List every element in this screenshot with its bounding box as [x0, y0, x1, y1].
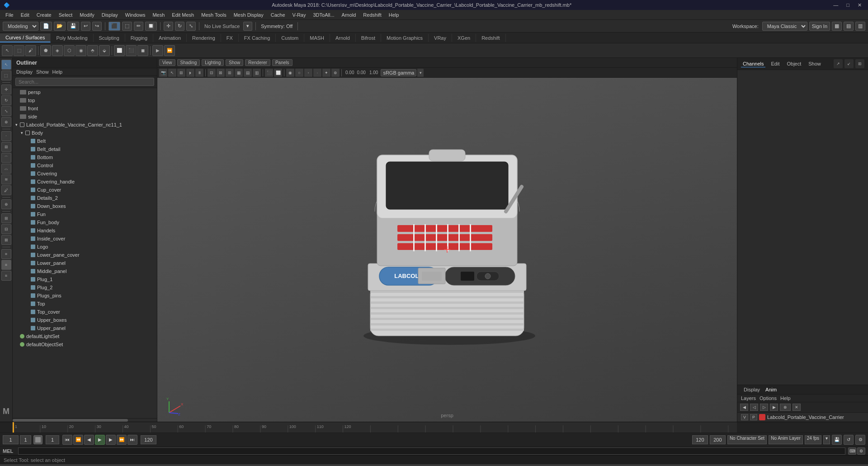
go-to-start-btn[interactable]: ⏮	[62, 435, 72, 445]
layer-key-btn[interactable]: ⊗	[780, 404, 791, 411]
tool-a[interactable]: ⬟	[40, 45, 51, 56]
tree-item-plug-1[interactable]: Plug_1	[13, 275, 157, 283]
tab-fx-caching[interactable]: FX Caching	[239, 34, 276, 42]
vp-icon-shade-e[interactable]: ✦	[322, 69, 330, 77]
frame-type-btn[interactable]	[33, 435, 42, 444]
save-btn[interactable]: 💾	[67, 22, 79, 31]
new-scene-btn[interactable]: 📄	[40, 22, 52, 31]
tree-item-covering[interactable]: Covering	[13, 169, 157, 178]
vp-icon-shade-f[interactable]: ⊕	[331, 69, 340, 77]
vp-icon-layout-4[interactable]: ▦	[235, 69, 243, 77]
tab-animation[interactable]: Animation	[153, 34, 187, 42]
tab-redshift[interactable]: Redshift	[476, 34, 505, 42]
lt-rotate[interactable]: ↻	[1, 95, 11, 105]
tree-item-logo[interactable]: Logo	[13, 243, 157, 251]
lt-grid-3[interactable]: ⊠	[1, 235, 11, 245]
current-frame-input[interactable]	[3, 435, 19, 444]
tab-fx[interactable]: FX	[221, 34, 239, 42]
fps-btn[interactable]: 24 fps	[805, 435, 821, 444]
tab-rendering[interactable]: Rendering	[187, 34, 221, 42]
layer-next-btn[interactable]: ▶	[770, 404, 778, 411]
vp-icon-shade-c[interactable]: ◦	[304, 69, 312, 77]
tree-item-fun[interactable]: Fun	[13, 210, 157, 218]
lt-paint[interactable]: 🖊	[1, 185, 11, 195]
menu-modify[interactable]: Modify	[76, 11, 98, 19]
lt-scale[interactable]: ⤡	[1, 106, 11, 116]
tool-lasso[interactable]: ⬚	[14, 45, 24, 56]
ch-icon-1[interactable]: ↗	[834, 59, 843, 68]
tool-c[interactable]: ⬡	[64, 45, 75, 56]
vp-menu-view[interactable]: View	[159, 59, 175, 66]
time-ruler[interactable]: 1 10 20 30 40 50 60 70 80 90 1	[13, 422, 737, 433]
vp-icon-layout-6[interactable]: ▥	[253, 69, 261, 77]
tree-item-down-boxes[interactable]: Down_boxes	[13, 202, 157, 210]
tool-b[interactable]: ◈	[52, 45, 63, 56]
tree-item-covering-handle[interactable]: Covering_handle	[13, 178, 157, 186]
layer-tab-anim[interactable]: Anim	[763, 386, 779, 393]
vp-icon-layout-1[interactable]: ⊟	[208, 69, 216, 77]
tree-item-default-light-set[interactable]: defaultLightSet	[13, 332, 157, 340]
vp-icon-shade-b[interactable]: ○	[295, 69, 303, 77]
tree-item-lower-panel[interactable]: Lower_panel	[13, 259, 157, 267]
open-btn[interactable]: 📂	[54, 22, 66, 31]
layer-menu-options[interactable]: Options	[760, 395, 777, 401]
tree-item-lower-pane-cover[interactable]: Lower_pane_cover	[13, 251, 157, 259]
tab-bifrost[interactable]: Bifrost	[356, 34, 381, 42]
tree-item-bottom[interactable]: Bottom	[13, 153, 157, 161]
lt-grid[interactable]: ⊞	[1, 213, 11, 223]
tab-arnold[interactable]: Arnold	[330, 34, 356, 42]
anim-start-2-input[interactable]	[710, 435, 726, 444]
outliner-menu-display[interactable]: Display	[16, 69, 33, 75]
tab-sculpting[interactable]: Sculpting	[94, 34, 125, 42]
lt-lasso[interactable]: ⬚	[1, 71, 11, 80]
ch-icon-2[interactable]: ↙	[844, 59, 854, 68]
tree-item-top-obj[interactable]: Top	[13, 300, 157, 308]
tree-item-side[interactable]: side	[13, 113, 157, 121]
tree-item-upper-panel[interactable]: Upper_panel	[13, 324, 157, 332]
anim-end-input[interactable]	[692, 435, 708, 444]
mel-input[interactable]	[18, 447, 845, 455]
workspace-dropdown[interactable]: Maya Classic	[762, 22, 807, 31]
vp-icon-shading-a[interactable]: ⬛	[265, 69, 273, 77]
tree-item-top[interactable]: top	[13, 96, 157, 104]
menu-vray[interactable]: V-Ray	[289, 11, 310, 19]
next-key-btn[interactable]: ⏩	[117, 435, 127, 445]
lt-grid-2[interactable]: ⊟	[1, 224, 11, 234]
channel-tab-edit[interactable]: Edit	[769, 61, 781, 67]
prev-frame-btn[interactable]: ◀	[84, 435, 94, 445]
tree-item-persp[interactable]: persp	[13, 88, 157, 96]
minimize-btn[interactable]: —	[830, 2, 841, 8]
tool-k[interactable]: ⏩	[164, 45, 175, 56]
channel-tab-object[interactable]: Object	[785, 61, 803, 67]
search-input[interactable]	[15, 78, 154, 86]
mel-icon-2[interactable]: ⚙	[857, 447, 865, 455]
scale-btn[interactable]: ⤡	[186, 22, 196, 31]
lt-shelf-1[interactable]: ≡	[1, 249, 11, 259]
tree-item-middle-panel[interactable]: Middle_panel	[13, 267, 157, 275]
layer-next-frame-btn[interactable]: ▷	[760, 404, 768, 411]
lt-move[interactable]: ✛	[1, 85, 11, 94]
tool-h[interactable]: ⬛	[126, 45, 137, 56]
tree-item-belt-detail[interactable]: Belt_detail	[13, 145, 157, 153]
menu-3dtoall[interactable]: 3DToAll...	[309, 11, 338, 19]
menu-select[interactable]: Select	[55, 11, 76, 19]
vp-icon-hud[interactable]: ⊞	[177, 69, 185, 77]
tab-curves-surfaces[interactable]: Curves / Surfaces	[0, 33, 51, 42]
move-btn[interactable]: ✛	[164, 22, 173, 31]
tab-custom[interactable]: Custom	[276, 34, 304, 42]
menu-file[interactable]: File	[2, 11, 17, 19]
outliner-menu-show[interactable]: Show	[36, 69, 49, 75]
outliner-scrollbar-h[interactable]	[13, 418, 157, 422]
tool-d[interactable]: ◉	[75, 45, 86, 56]
tab-motion-graphics[interactable]: Motion Graphics	[381, 34, 429, 42]
tool-select[interactable]: ↖	[2, 45, 13, 56]
tree-item-top-cover[interactable]: Top_cover	[13, 308, 157, 316]
menu-mesh-tools[interactable]: Mesh Tools	[198, 11, 230, 19]
lt-snap-point[interactable]: ⋅	[1, 131, 11, 141]
vp-menu-renderer[interactable]: Renderer	[245, 59, 270, 66]
ws-layout-1[interactable]: ▦	[832, 22, 842, 31]
select-mode-btn[interactable]: ⬛	[108, 22, 120, 31]
tab-mash[interactable]: MASH	[304, 34, 330, 42]
tree-item-upper-boxes[interactable]: Upper_boxes	[13, 316, 157, 324]
lt-select[interactable]: ↖	[1, 60, 11, 70]
